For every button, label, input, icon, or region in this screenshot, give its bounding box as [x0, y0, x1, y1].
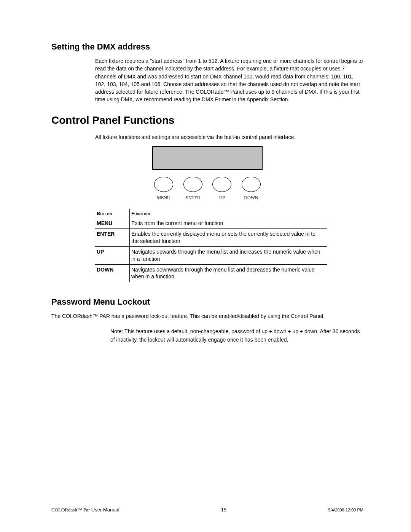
button-label-up: UP [219, 195, 225, 201]
heading-password-lockout: Password Menu Lockout [51, 297, 363, 307]
table-cell-function: Navigates upwards through the menu list … [130, 246, 328, 264]
table-header-button: Button [95, 209, 130, 218]
table-row: ENTER Enables the currently displayed me… [95, 228, 327, 246]
table-cell-button: DOWN [95, 264, 130, 282]
button-label-enter: ENTER [185, 195, 200, 201]
table-header-function: Function [130, 209, 328, 218]
down-button-icon [242, 177, 261, 192]
footer-product-sans: User Manual [90, 507, 119, 513]
button-function-table: Button Function MENU Exits from the curr… [95, 209, 327, 282]
paragraph-dmx-address: Each fixture requires a "start address" … [95, 57, 363, 104]
paragraph-password-note: Note: This feature uses a default, non-c… [110, 328, 363, 344]
table-cell-function: Exits from the current menu or function [130, 218, 328, 229]
control-panel-figure: MENU ENTER UP DOWN [148, 146, 266, 201]
enter-button-icon [183, 177, 202, 192]
table-cell-button: UP [95, 246, 130, 264]
table-row: MENU Exits from the current menu or func… [95, 218, 327, 229]
paragraph-password-body: The COLORdash™ PAR has a password lock-o… [51, 312, 363, 321]
button-label-menu: MENU [157, 195, 170, 201]
page-footer: COLORdash™ Par User Manual 15 9/4/2008 1… [51, 507, 363, 513]
button-label-down: DOWN [244, 195, 258, 201]
lcd-display-icon [152, 146, 263, 170]
heading-control-panel-functions: Control Panel Functions [51, 114, 363, 126]
menu-button-icon [154, 177, 173, 192]
footer-product-serif: COLORdash™ Par [51, 507, 90, 513]
footer-timestamp: 9/4/2008 12:09 PM [328, 508, 363, 512]
table-cell-button: MENU [95, 218, 130, 229]
up-button-icon [212, 177, 231, 192]
table-cell-function: Enables the currently displayed menu or … [130, 228, 328, 246]
table-cell-function: Navigates downwards through the menu lis… [130, 264, 328, 282]
table-row: UP Navigates upwards through the menu li… [95, 246, 327, 264]
table-row: DOWN Navigates downwards through the men… [95, 264, 327, 282]
table-cell-button: ENTER [95, 228, 130, 246]
heading-setting-dmx: Setting the DMX address [51, 42, 363, 52]
paragraph-control-intro: All fixture functions and settings are a… [95, 133, 363, 141]
footer-page-number: 15 [221, 507, 226, 513]
